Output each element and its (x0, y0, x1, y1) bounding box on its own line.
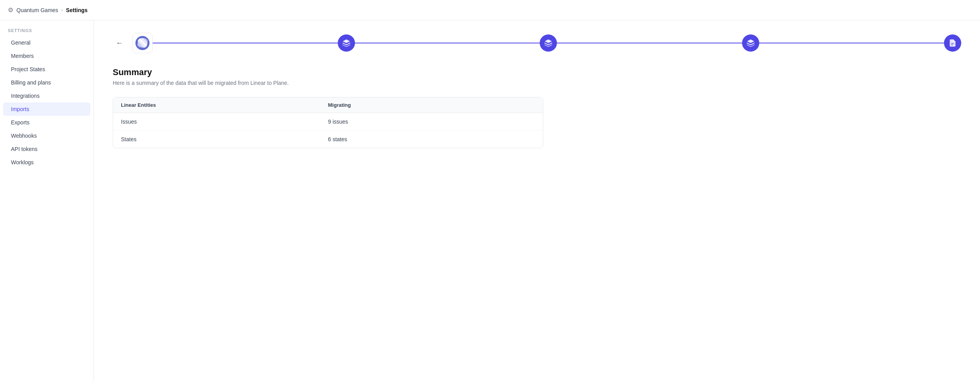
table-header-migrating: Migrating (328, 102, 535, 108)
step-1 (338, 34, 355, 52)
summary-title: Summary (113, 67, 961, 77)
stepper: ← (113, 33, 961, 53)
table-row: States 6 states (113, 131, 543, 148)
entity-states: States (121, 136, 328, 142)
layers-icon-1 (342, 39, 351, 47)
step-1-circle (338, 34, 355, 52)
summary-description: Here is a summary of the data that will … (113, 80, 961, 86)
linear-logo-svg (135, 36, 150, 50)
step-2 (540, 34, 557, 52)
sidebar-item-members[interactable]: Members (3, 49, 90, 63)
sidebar-item-project-states[interactable]: Project States (3, 63, 90, 76)
entity-issues: Issues (121, 119, 328, 125)
step-3-circle (742, 34, 759, 52)
topbar: ⚙ Quantum Games › Settings (0, 0, 980, 20)
step-4 (944, 34, 961, 52)
breadcrumb-chevron: › (61, 7, 63, 13)
sidebar-item-webhooks[interactable]: Webhooks (3, 129, 90, 142)
layers-icon-2 (544, 39, 553, 47)
migrating-issues: 9 issues (328, 119, 535, 125)
page-title: Settings (66, 7, 88, 13)
linear-logo-box (132, 33, 153, 53)
sidebar-item-billing[interactable]: Billing and plans (3, 76, 90, 89)
table-row: Issues 9 issues (113, 113, 543, 131)
sidebar-item-exports[interactable]: Exports (3, 116, 90, 129)
table-header: Linear Entities Migrating (113, 97, 543, 113)
step-4-circle (944, 34, 961, 52)
sidebar-section-label: SETTINGS (0, 28, 94, 33)
back-button[interactable]: ← (113, 38, 126, 49)
sidebar: SETTINGS General Members Project States … (0, 20, 94, 381)
layers-icon-3 (746, 39, 755, 47)
step-2-circle (540, 34, 557, 52)
sidebar-item-integrations[interactable]: Integrations (3, 89, 90, 102)
layout: SETTINGS General Members Project States … (0, 20, 980, 381)
doc-icon (948, 39, 957, 47)
sidebar-item-api-tokens[interactable]: API tokens (3, 142, 90, 156)
gear-icon: ⚙ (8, 6, 13, 14)
sidebar-item-imports[interactable]: Imports (3, 102, 90, 116)
org-name: Quantum Games (16, 7, 58, 13)
main-content: ← (94, 20, 980, 381)
sidebar-item-general[interactable]: General (3, 36, 90, 49)
migration-table: Linear Entities Migrating Issues 9 issue… (113, 97, 543, 148)
step-track (132, 33, 961, 53)
sidebar-item-worklogs[interactable]: Worklogs (3, 156, 90, 169)
step-0-logo (132, 33, 153, 53)
step-3 (742, 34, 759, 52)
migrating-states: 6 states (328, 136, 535, 142)
table-header-entities: Linear Entities (121, 102, 328, 108)
